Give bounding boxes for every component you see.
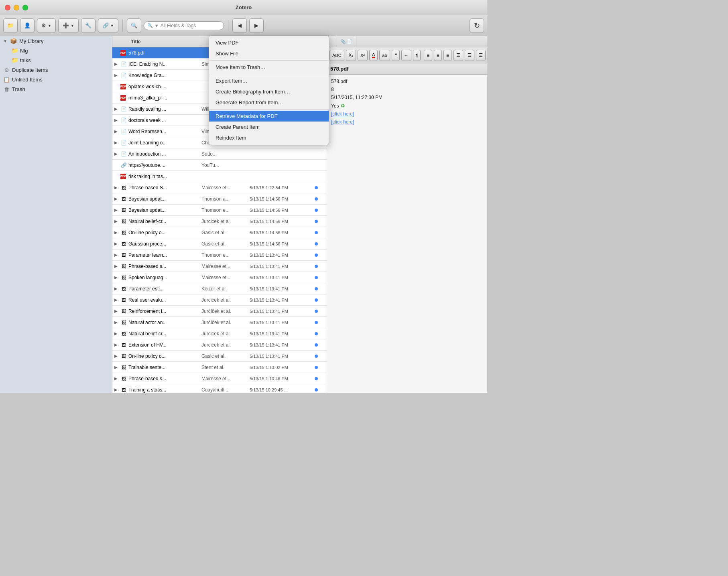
row-expander[interactable]: ▶ [112, 219, 120, 223]
table-row[interactable]: ▶ 🖼 Training a statis... Cuayáhuitl ... … [112, 384, 327, 393]
table-row[interactable]: ▶ 🖼 Parameter esti... Keizer et al. 5/13… [112, 283, 327, 294]
row-expander[interactable]: ▶ [112, 107, 120, 111]
detail-link1[interactable]: [click here] [331, 111, 483, 117]
row-icon: 🖼 [120, 241, 128, 246]
menu-item-report[interactable]: Generate Report from Item… [209, 97, 329, 108]
menu-item-move-trash[interactable]: Move Item to Trash… [209, 62, 329, 73]
subscript-icon: X₂ [349, 53, 353, 58]
row-expander[interactable]: ▶ [112, 387, 120, 392]
nav-forward-button[interactable]: ▶ [249, 18, 264, 33]
sidebar-item-talks[interactable]: 📁 talks [0, 55, 112, 65]
row-expander[interactable]: ▶ [112, 241, 120, 246]
table-row[interactable]: ▶ 🖼 On-line policy o... Gasic et al. 5/1… [112, 351, 327, 362]
close-button[interactable] [5, 5, 10, 10]
search-input[interactable] [161, 23, 221, 28]
folder-icon: 📁 [7, 22, 14, 28]
tools-button[interactable]: 🔧 [81, 18, 96, 33]
menu-item-show-file[interactable]: Show File [209, 48, 329, 59]
row-expander[interactable]: ▶ [112, 62, 120, 66]
row-expander[interactable]: ▶ [112, 118, 120, 122]
sidebar-item-trash[interactable]: 🗑 Trash [0, 84, 112, 94]
menu-item-export[interactable]: Export Item… [209, 75, 329, 86]
row-expander[interactable]: ▶ [112, 140, 120, 145]
align-center-button[interactable]: ≡ [434, 50, 442, 61]
menu-item-create-parent[interactable]: Create Parent Item [209, 122, 329, 132]
row-expander[interactable]: ▶ [112, 365, 120, 369]
font-color-button[interactable]: A [369, 50, 378, 61]
sync-button[interactable]: ↻ [470, 18, 484, 33]
row-expander[interactable]: ▶ [112, 264, 120, 268]
abc-button[interactable]: ABC [329, 50, 344, 61]
outdent-button[interactable]: ☰ [476, 50, 486, 61]
table-row[interactable]: ▶ 🖼 Natural actor an... Jurčíček et al. … [112, 317, 327, 328]
indent-button[interactable]: ← [401, 50, 411, 61]
row-expander[interactable]: ▶ [112, 129, 120, 134]
settings-button[interactable]: ⚙ ▼ [37, 18, 56, 33]
row-expander[interactable]: ▶ [112, 275, 120, 280]
new-item-button[interactable]: 👤 [20, 18, 35, 33]
table-row[interactable]: ▶ 🖼 Phrase-based S... Mairesse et... 5/1… [112, 182, 327, 193]
list-button[interactable]: ☰ [453, 50, 463, 61]
ordered-list-button[interactable]: ☰ [465, 50, 474, 61]
paragraph-button[interactable]: ¶ [413, 50, 421, 61]
table-row[interactable]: ▶ 🖼 Bayesian updat... Thomson e... 5/13/… [112, 205, 327, 216]
table-row[interactable]: ▶ 🖼 Bayesian updat... Thomson a... 5/13/… [112, 193, 327, 205]
sidebar-item-nlg[interactable]: 📁 Nlg [0, 46, 112, 55]
search-button[interactable]: 🔍 [127, 18, 141, 33]
row-expander[interactable]: ▶ [112, 208, 120, 212]
table-row[interactable]: ▶ 🖼 Spoken languag... Mairesse et... 5/1… [112, 272, 327, 283]
sidebar-item-unfiled[interactable]: 📋 Unfiled Items [0, 75, 112, 84]
sidebar-item-my-library[interactable]: ▼ 📦 My Library [0, 36, 112, 46]
menu-item-bibliography[interactable]: Create Bibliography from Item… [209, 86, 329, 97]
table-row[interactable]: ▶ 📄 An introduction ... Sutto... [112, 148, 327, 160]
link-button[interactable]: 🔗 ▼ [98, 18, 118, 33]
menu-item-retrieve-metadata[interactable]: Retrieve Metadata for PDF [209, 111, 329, 122]
table-row[interactable]: PDF risk taking in tas... [112, 171, 327, 182]
minimize-button[interactable] [14, 5, 19, 10]
row-expander[interactable]: ▶ [112, 343, 120, 347]
table-row[interactable]: ▶ 🖼 Reinforcement l... Jurčíček et al. 5… [112, 306, 327, 317]
row-expander[interactable]: ▶ [112, 230, 120, 235]
table-row[interactable]: ▶ 🖼 Natural belief-cr... Jurcicek et al.… [112, 216, 327, 227]
row-expander[interactable]: ▶ [112, 320, 120, 325]
table-row[interactable]: ▶ 🖼 Gaussian proce... Gašić et al. 5/13/… [112, 238, 327, 249]
nav-back-button[interactable]: ◀ [232, 18, 247, 33]
detail-link2[interactable]: [click here] [331, 119, 483, 125]
table-row[interactable]: ▶ 🖼 Parameter learn... Thomson e... 5/13… [112, 249, 327, 261]
align-right-button[interactable]: ≡ [443, 50, 451, 61]
row-creator: Gasic et al. [200, 353, 248, 359]
row-expander[interactable]: ▶ [112, 185, 120, 190]
row-expander[interactable]: ▶ [112, 152, 120, 156]
quote-button[interactable]: ❝ [392, 50, 400, 61]
row-expander[interactable]: ▶ [112, 197, 120, 201]
add-button[interactable]: ➕ ▼ [58, 18, 79, 33]
sidebar-item-duplicates[interactable]: ⊙ Duplicate Items [0, 65, 112, 75]
maximize-button[interactable] [22, 5, 28, 10]
row-expander[interactable]: ▶ [112, 309, 120, 313]
row-expander[interactable]: ▶ [112, 73, 120, 77]
table-row[interactable]: ▶ 🖼 On-line policy o... Gasic et al. 5/1… [112, 227, 327, 238]
highlight-button[interactable]: ab [379, 50, 390, 61]
align-left-button[interactable]: ≡ [424, 50, 432, 61]
table-row[interactable]: ▶ 🖼 Real user evalu... Jurcicek et al. 5… [112, 294, 327, 306]
row-expander[interactable]: ▶ [112, 331, 120, 336]
search-dropdown[interactable]: ▼ [155, 23, 159, 28]
menu-item-view-pdf[interactable]: View PDF [209, 37, 329, 48]
search-box[interactable]: 🔍 ▼ [144, 21, 224, 30]
table-row[interactable]: ▶ 🖼 Phrase-based s... Mairesse et... 5/1… [112, 261, 327, 272]
table-row[interactable]: ▶ 🖼 Extension of HV... Jurcicek et al. 5… [112, 339, 327, 351]
superscript-button[interactable]: X² [358, 50, 368, 61]
new-collection-button[interactable]: 📁 [3, 18, 18, 33]
row-title: Extension of HV... [128, 342, 200, 348]
row-expander[interactable]: ▶ [112, 286, 120, 291]
menu-item-reindex[interactable]: Reindex Item [209, 132, 329, 143]
row-expander[interactable]: ▶ [112, 253, 120, 257]
table-row[interactable]: ▶ 🖼 Natural belief-cr... Jurcicek et al.… [112, 328, 327, 339]
subscript-button[interactable]: X₂ [346, 50, 356, 61]
row-expander[interactable]: ▶ [112, 298, 120, 302]
table-row[interactable]: 🔗 https://youtube.... YouTu... [112, 160, 327, 171]
row-expander[interactable]: ▶ [112, 354, 120, 358]
table-row[interactable]: ▶ 🖼 Phrase-based s... Mairesse et... 5/1… [112, 373, 327, 384]
table-row[interactable]: ▶ 🖼 Trainable sente... Stent et al. 5/13… [112, 362, 327, 373]
row-expander[interactable]: ▶ [112, 376, 120, 381]
